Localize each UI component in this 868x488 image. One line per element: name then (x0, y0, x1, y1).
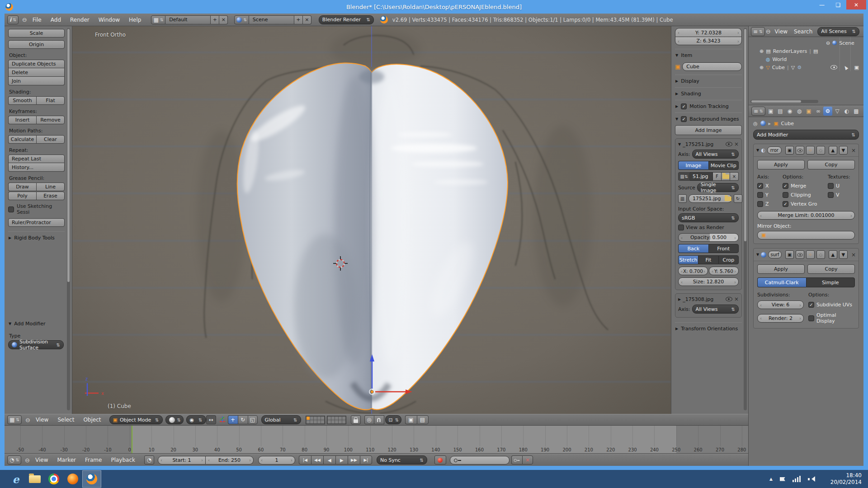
move-up-button[interactable]: ▲ (829, 146, 837, 155)
axis-z-checkbox[interactable] (757, 201, 763, 207)
layer-toggle[interactable] (339, 417, 342, 420)
rigid-body-tools-panel-header[interactable]: ▶ Rigid Body Tools (8, 233, 65, 243)
layer-toggle[interactable] (342, 417, 345, 420)
tab-world[interactable] (795, 107, 804, 116)
front-toggle[interactable]: Front (708, 244, 739, 253)
layer-toggle[interactable] (331, 417, 335, 420)
layer-toggle[interactable] (335, 417, 338, 420)
visibility-toggle-icon[interactable] (830, 65, 837, 70)
eye-icon[interactable] (726, 297, 732, 301)
opengl-render-image-button[interactable]: ▣ (405, 415, 417, 424)
tray-expand-icon[interactable]: ▲ (769, 477, 773, 481)
menu-playback[interactable]: Playback (106, 457, 140, 463)
taskbar-ie-icon[interactable]: e (6, 470, 25, 488)
action-center-flag-icon[interactable] (780, 477, 785, 481)
display-filter-dropdown[interactable]: All Scenes⇅ (817, 27, 859, 36)
merge-checkbox[interactable] (783, 183, 788, 189)
axis-dropdown[interactable]: All Views⇅ (692, 150, 739, 159)
insert-keyframe-button[interactable]: Insert (8, 116, 36, 124)
repeat-history-button[interactable]: History... (8, 163, 65, 172)
texture-v-checkbox[interactable] (828, 192, 834, 198)
taskbar-chrome-icon[interactable] (44, 470, 63, 488)
delete-modifier-icon[interactable]: × (851, 252, 856, 258)
keying-set-field[interactable] (450, 456, 509, 465)
outliner-scrollbar[interactable] (750, 100, 818, 103)
taskbar-explorer-icon[interactable] (25, 470, 44, 488)
menu-window[interactable]: Window (94, 17, 124, 23)
editor-type-button[interactable]: ⇅ (751, 27, 765, 36)
merge-limit-slider[interactable]: Merge Limit: 0.001000 (757, 211, 855, 220)
shade-flat-button[interactable]: Flat (36, 96, 65, 105)
add-modifier-dropdown[interactable]: Add Modifier⇅ (753, 130, 859, 140)
delete-keyframe-button[interactable]: × (522, 455, 533, 465)
add-modifier-panel-header[interactable]: ▼ Add Modifier (8, 319, 64, 328)
selectability-toggle-icon[interactable]: ▲ (843, 64, 849, 70)
tool-shelf-scrollbar[interactable] (67, 28, 70, 410)
scale-manipulator-toggle[interactable]: ◱ (248, 415, 258, 424)
menu-view[interactable]: View (772, 28, 791, 35)
axis-dropdown[interactable]: All Views⇅ (692, 305, 739, 314)
menu-view[interactable]: View (31, 417, 53, 423)
background-images-panel-header[interactable]: ▼Background Images (675, 114, 742, 124)
viewport-visibility-toggle[interactable] (796, 146, 804, 155)
tab-object-data[interactable] (833, 107, 842, 116)
viewport-visibility-toggle[interactable] (796, 250, 804, 259)
menu-render[interactable]: Render (66, 17, 94, 23)
panel-open-icon[interactable]: ▼ (756, 253, 759, 257)
modifier-type-dropdown[interactable]: Subdivision Surface⇅ (8, 340, 64, 349)
offset-x-slider[interactable]: X: 0.700 (678, 267, 708, 275)
menu-search[interactable]: Search (791, 28, 816, 35)
jump-prev-keyframe-button[interactable]: ◀◀ (311, 455, 323, 465)
delete-layout-button[interactable]: × (219, 15, 228, 24)
axis-y-checkbox[interactable] (757, 192, 763, 198)
render-toggle-icon[interactable]: ▣ (854, 65, 859, 70)
render-toggle[interactable]: ▣ (785, 250, 794, 259)
image-datablock-name[interactable]: 51.jpg (690, 172, 713, 181)
shade-smooth-button[interactable]: Smooth (8, 96, 36, 105)
close-button[interactable]: ✕ (846, 0, 866, 9)
movieclip-source-tab[interactable]: Movie Clip (708, 161, 739, 170)
add-image-button[interactable]: Add Image (675, 125, 742, 135)
expand-icon[interactable]: ⊕ (760, 65, 764, 70)
transform-orientations-panel-header[interactable]: ▶Transform Orientations (675, 324, 742, 333)
tab-modifiers[interactable] (823, 107, 832, 116)
modifier-name-field[interactable]: rror (767, 146, 782, 154)
fake-user-button[interactable]: F (713, 172, 722, 181)
editor-type-button[interactable]: ⇅ (7, 415, 22, 424)
outliner-item-scene[interactable]: ⊖ Scene (749, 39, 863, 47)
file-browse-icon[interactable] (725, 197, 731, 201)
layer-toggle[interactable] (307, 417, 310, 420)
add-layout-button[interactable]: + (211, 15, 219, 24)
av-sync-dropdown[interactable]: No Sync⇅ (377, 455, 427, 465)
editor-type-button[interactable]: ⇅ (7, 455, 21, 465)
shading-panel-header[interactable]: ▶Shading (675, 89, 742, 99)
layer-toggle[interactable] (335, 420, 338, 423)
offset-y-slider[interactable]: Y: 5.760 (709, 267, 739, 275)
view-subdivisions-slider[interactable]: View: 6 (757, 300, 804, 309)
tab-texture[interactable] (852, 107, 861, 116)
remove-image-icon[interactable]: × (734, 296, 739, 302)
edit-mode-toggle[interactable]: ⁘ (806, 250, 815, 259)
move-down-button[interactable]: ▼ (839, 146, 848, 155)
use-preview-range-toggle[interactable] (144, 455, 154, 465)
opengl-render-animation-button[interactable]: ▤ (417, 415, 429, 424)
image-filepath-field[interactable]: 175251.jpg (689, 194, 732, 203)
copy-button[interactable]: Copy (807, 264, 855, 274)
layer-toggle[interactable] (307, 420, 310, 423)
start-frame-field[interactable]: Start: 1 (158, 456, 206, 465)
grease-poly-button[interactable]: Poly (8, 192, 36, 200)
layer-toggle[interactable] (328, 420, 331, 423)
subdivide-uvs-checkbox[interactable] (808, 302, 814, 308)
display-panel-header[interactable]: ▶Display (675, 76, 742, 86)
layer-toggle[interactable] (339, 420, 342, 423)
auto-keyframe-record-button[interactable] (434, 455, 446, 465)
layer-toggle[interactable] (342, 420, 345, 423)
snap-element-dropdown[interactable]: ⊡⇅ (385, 415, 401, 424)
modifier-name-field[interactable]: surf (768, 251, 782, 258)
current-frame-field[interactable]: 1 (258, 456, 295, 465)
grease-erase-button[interactable]: Erase (36, 192, 65, 200)
delete-button[interactable]: Delete (8, 68, 65, 77)
mode-dropdown[interactable]: Object Mode⇅ (109, 415, 163, 424)
outliner-item-world[interactable]: World (749, 55, 863, 63)
layer-toggle[interactable] (331, 420, 335, 423)
